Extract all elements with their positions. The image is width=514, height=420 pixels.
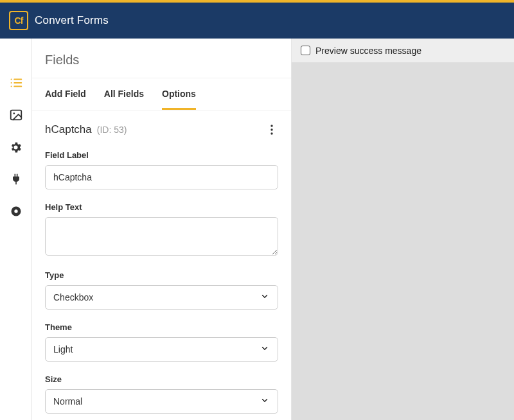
brand-logo: Cf (9, 11, 28, 30)
svg-point-2 (10, 82, 12, 83)
svg-point-0 (10, 78, 12, 80)
size-select[interactable]: Normal (45, 389, 278, 414)
field-label-label: Field Label (45, 150, 278, 160)
svg-point-10 (270, 125, 272, 127)
svg-point-12 (270, 132, 272, 134)
integrations-icon[interactable] (9, 172, 23, 186)
section-name: hCaptcha (45, 123, 92, 136)
tabs: Add Field All Fields Options (32, 78, 291, 110)
settings-icon[interactable] (9, 140, 23, 154)
theme-select[interactable]: Light (45, 337, 278, 362)
svg-point-4 (10, 85, 12, 87)
type-select[interactable]: Checkbox (45, 285, 278, 310)
tab-all-fields[interactable]: All Fields (104, 78, 144, 110)
preview-success-label: Preview success message (315, 46, 421, 56)
svg-point-11 (270, 128, 272, 130)
help-text-label: Help Text (45, 202, 278, 212)
type-label: Type (45, 270, 278, 280)
svg-point-7 (13, 112, 15, 114)
fields-panel: Fields Add Field All Fields Options hCap… (32, 39, 292, 420)
field-label-input[interactable] (45, 165, 278, 189)
tab-add-field[interactable]: Add Field (45, 78, 86, 110)
field-actions-menu[interactable] (265, 123, 278, 136)
svg-point-9 (14, 209, 17, 213)
preview-success-checkbox[interactable] (301, 46, 310, 55)
tab-options[interactable]: Options (162, 78, 196, 110)
brand-name: Convert Forms (35, 14, 109, 27)
top-bar: Cf Convert Forms (0, 0, 514, 39)
design-icon[interactable] (9, 108, 23, 122)
submissions-icon[interactable] (9, 204, 23, 218)
preview-area: Preview success message (292, 39, 514, 420)
preview-toolbar: Preview success message (292, 39, 514, 63)
theme-label: Theme (45, 322, 278, 332)
fields-icon[interactable] (9, 76, 23, 90)
section-id: (ID: 53) (97, 125, 127, 135)
panel-title: Fields (32, 39, 291, 78)
size-label: Size (45, 374, 278, 384)
help-text-input[interactable] (45, 217, 278, 256)
sidebar-rail (0, 39, 32, 420)
